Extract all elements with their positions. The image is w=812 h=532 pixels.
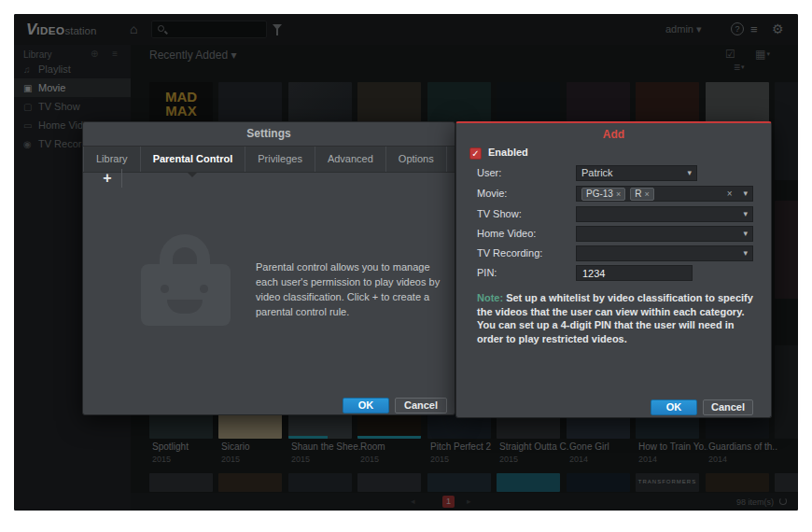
dialog-title: Settings	[83, 122, 455, 146]
movie-classification-select[interactable]: PG-13× R× × ▾	[576, 186, 753, 202]
ok-button[interactable]: OK	[651, 399, 697, 415]
enabled-label: Enabled	[488, 147, 528, 158]
user-label: User:	[477, 165, 501, 181]
ok-button[interactable]: OK	[343, 398, 389, 413]
note-text: Note: Set up a whitelist by video classi…	[477, 291, 755, 345]
chevron-down-icon: ▾	[743, 227, 748, 241]
movie-label: Movie:	[477, 186, 507, 202]
settings-dialog: Settings Library Parental Control Privil…	[82, 121, 455, 415]
chevron-down-icon: ▾	[743, 246, 748, 260]
tab-parental-control[interactable]: Parental Control	[141, 147, 246, 172]
settings-tabs: Library Parental Control Privileges Adva…	[83, 146, 455, 173]
user-select[interactable]: Patrick ▾	[576, 165, 697, 181]
lock-icon-eye	[200, 285, 208, 293]
screen: VIDEOstation ⌂ admin ▾ ? ≡ ⚙ Library ⊕ ≡…	[0, 0, 812, 532]
chevron-down-icon: ▾	[743, 187, 748, 201]
chevron-down-icon: ▾	[687, 166, 692, 180]
cancel-button[interactable]: Cancel	[395, 398, 447, 413]
remove-tag-icon[interactable]: ×	[616, 189, 621, 199]
toolbar-divider	[121, 169, 122, 188]
pin-label: PIN:	[477, 265, 497, 281]
lock-icon-eye	[161, 285, 169, 293]
chevron-down-icon: ▾	[743, 207, 748, 221]
enabled-checkbox[interactable]: ✓	[469, 147, 482, 160]
tv-recording-select[interactable]: ▾	[576, 245, 753, 261]
clear-all-icon[interactable]: ×	[727, 187, 733, 201]
tv-recording-label: TV Recording:	[477, 245, 542, 261]
cancel-button[interactable]: Cancel	[703, 399, 753, 415]
tv-show-label: TV Show:	[477, 206, 522, 222]
remove-tag-icon[interactable]: ×	[644, 189, 649, 199]
home-video-select[interactable]: ▾	[576, 226, 753, 242]
add-rule-button[interactable]: +	[96, 169, 119, 188]
add-rule-dialog: Add ✓ Enabled User: Patrick ▾ Movie: PG-…	[455, 121, 772, 418]
user-select-value: Patrick	[581, 167, 613, 178]
classification-tag[interactable]: PG-13×	[581, 188, 625, 201]
tab-options[interactable]: Options	[386, 147, 447, 172]
tv-show-select[interactable]: ▾	[576, 206, 753, 222]
tab-advanced[interactable]: Advanced	[315, 147, 386, 172]
note-label: Note:	[477, 292, 503, 303]
home-video-label: Home Video:	[477, 226, 536, 242]
classification-tag[interactable]: R×	[630, 188, 654, 201]
tab-library[interactable]: Library	[83, 147, 141, 172]
lock-icon	[141, 264, 231, 326]
tab-privileges[interactable]: Privileges	[245, 147, 315, 172]
parental-control-description: Parental control allows you to manage ea…	[256, 259, 444, 319]
dialog-title: Add	[456, 123, 771, 147]
pin-input[interactable]	[576, 265, 693, 281]
lock-icon-smile	[167, 300, 203, 314]
